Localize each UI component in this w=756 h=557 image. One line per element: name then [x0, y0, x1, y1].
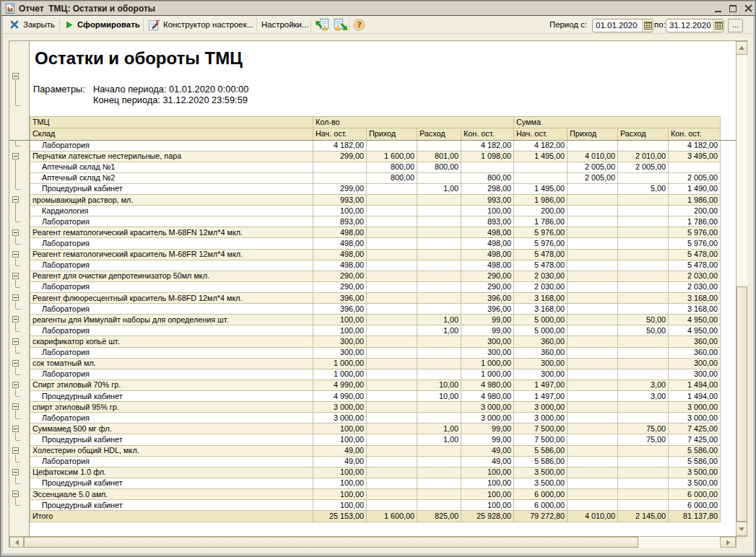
value-cell[interactable]: 3 500,00: [514, 478, 568, 488]
value-cell[interactable]: 1 494,00: [669, 391, 721, 402]
value-cell[interactable]: 99,00: [461, 434, 514, 445]
scroll-up-button[interactable]: [736, 41, 747, 55]
value-cell[interactable]: 300,00: [313, 347, 367, 358]
value-cell[interactable]: 3 000,00: [313, 413, 367, 424]
value-cell[interactable]: [417, 195, 461, 206]
value-cell[interactable]: 3 168,00: [669, 293, 721, 304]
value-cell[interactable]: 3,00: [618, 391, 669, 402]
value-cell[interactable]: 300,00: [669, 358, 721, 369]
value-cell[interactable]: [367, 140, 417, 151]
value-cell[interactable]: [568, 293, 618, 304]
value-cell[interactable]: [618, 271, 669, 281]
value-cell[interactable]: 49,00: [461, 456, 514, 467]
value-cell[interactable]: 498,00: [313, 249, 367, 260]
value-cell[interactable]: [618, 238, 669, 249]
value-cell[interactable]: 1 098,00: [461, 151, 514, 162]
value-cell[interactable]: 498,00: [461, 260, 514, 271]
value-cell[interactable]: 498,00: [313, 238, 367, 249]
value-cell[interactable]: 3 000,00: [313, 402, 367, 413]
value-cell[interactable]: 49,00: [461, 445, 514, 456]
collapse-group-icon[interactable]: [12, 360, 19, 367]
value-cell[interactable]: [618, 489, 669, 500]
value-cell[interactable]: [568, 304, 618, 315]
value-cell[interactable]: 396,00: [313, 293, 367, 304]
scroll-left-button[interactable]: [9, 537, 24, 548]
value-cell[interactable]: 1 786,00: [514, 216, 568, 227]
value-cell[interactable]: 3 000,00: [514, 413, 568, 424]
value-cell[interactable]: [568, 402, 618, 413]
value-cell[interactable]: 5 976,00: [669, 227, 721, 238]
value-cell[interactable]: [461, 162, 514, 172]
value-cell[interactable]: 360,00: [669, 336, 721, 347]
collapse-group-icon[interactable]: [12, 316, 19, 323]
value-cell[interactable]: [568, 358, 618, 369]
value-cell[interactable]: 800,00: [461, 172, 514, 183]
value-cell[interactable]: 75,00: [618, 424, 669, 434]
value-cell[interactable]: 5 586,00: [514, 456, 568, 467]
row-name-cell[interactable]: скарификатор копьё шт.: [30, 336, 313, 347]
value-cell[interactable]: [568, 260, 618, 271]
value-cell[interactable]: 6 000,00: [669, 489, 721, 500]
value-cell[interactable]: [417, 172, 461, 183]
value-cell[interactable]: 100,00: [461, 467, 514, 478]
value-cell[interactable]: [618, 456, 669, 467]
row-name-cell[interactable]: Аптечный склад №2: [30, 172, 313, 183]
value-cell[interactable]: 7 500,00: [514, 424, 568, 434]
value-cell[interactable]: 100,00: [313, 500, 367, 511]
period-to-field[interactable]: 31.12.2020: [666, 19, 724, 32]
value-cell[interactable]: 396,00: [313, 304, 367, 315]
value-cell[interactable]: [367, 206, 417, 216]
value-cell[interactable]: [417, 467, 461, 478]
value-cell[interactable]: [367, 369, 417, 380]
value-cell[interactable]: [367, 380, 417, 390]
value-cell[interactable]: 1 000,00: [313, 369, 367, 380]
period-to-calendar-button[interactable]: [713, 19, 724, 32]
value-cell[interactable]: 99,00: [461, 325, 514, 336]
row-name-cell[interactable]: спирт этиловый 95% гр.: [30, 402, 313, 413]
value-cell[interactable]: 360,00: [669, 347, 721, 358]
collapse-group-icon[interactable]: [12, 273, 19, 279]
value-cell[interactable]: 993,00: [461, 195, 514, 206]
value-cell[interactable]: [417, 249, 461, 260]
value-cell[interactable]: 200,00: [669, 206, 721, 216]
value-cell[interactable]: 1 495,00: [514, 151, 568, 162]
value-cell[interactable]: 1,00: [417, 424, 461, 434]
value-cell[interactable]: [568, 434, 618, 445]
value-cell[interactable]: [313, 172, 367, 183]
row-name-cell[interactable]: Перчатки латекстые нестерильные, пара: [30, 151, 313, 162]
value-cell[interactable]: 99,00: [461, 424, 514, 434]
collapse-group-icon[interactable]: [12, 294, 19, 301]
value-cell[interactable]: [417, 260, 461, 271]
value-cell[interactable]: 100,00: [461, 478, 514, 488]
value-cell[interactable]: 300,00: [313, 336, 367, 347]
generate-button[interactable]: Сформировать: [66, 16, 140, 33]
row-name-cell[interactable]: Лаборатория: [30, 281, 313, 292]
value-cell[interactable]: 3 500,00: [669, 467, 721, 478]
value-cell[interactable]: [568, 183, 618, 194]
value-cell[interactable]: 498,00: [461, 249, 514, 260]
value-cell[interactable]: 290,00: [461, 271, 514, 281]
value-cell[interactable]: 5 478,00: [669, 249, 721, 260]
value-cell[interactable]: 300,00: [514, 369, 568, 380]
value-cell[interactable]: [568, 216, 618, 227]
value-cell[interactable]: 5 976,00: [514, 238, 568, 249]
value-cell[interactable]: [367, 325, 417, 336]
value-cell[interactable]: [618, 206, 669, 216]
value-cell[interactable]: [568, 140, 618, 151]
value-cell[interactable]: [618, 467, 669, 478]
collapse-group-icon[interactable]: [12, 403, 19, 410]
value-cell[interactable]: [568, 445, 618, 456]
value-cell[interactable]: 993,00: [313, 195, 367, 206]
value-cell[interactable]: [618, 445, 669, 456]
value-cell[interactable]: 498,00: [461, 227, 514, 238]
value-cell[interactable]: 100,00: [313, 489, 367, 500]
value-cell[interactable]: 2 005,00: [669, 172, 721, 183]
period-to-input[interactable]: 31.12.2020: [666, 19, 713, 32]
value-cell[interactable]: 5 586,00: [514, 445, 568, 456]
value-cell[interactable]: [367, 467, 417, 478]
value-cell[interactable]: 2 030,00: [514, 271, 568, 281]
value-cell[interactable]: 1 495,00: [514, 183, 568, 194]
value-cell[interactable]: [417, 227, 461, 238]
row-name-cell[interactable]: Лаборатория: [30, 260, 313, 271]
value-cell[interactable]: 2 005,00: [568, 172, 618, 183]
